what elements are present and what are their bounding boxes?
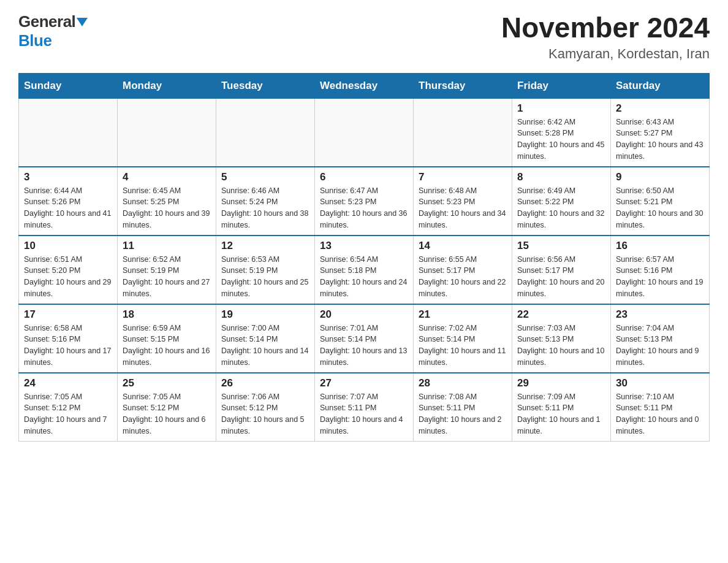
day-info: Sunrise: 6:59 AMSunset: 5:15 PMDaylight:… xyxy=(123,323,211,369)
day-number: 29 xyxy=(517,377,605,389)
day-number: 30 xyxy=(616,377,704,389)
logo-triangle-icon xyxy=(77,18,88,26)
table-row xyxy=(216,98,315,167)
table-row: 23Sunrise: 7:04 AMSunset: 5:13 PMDayligh… xyxy=(611,304,710,373)
calendar-week-row: 17Sunrise: 6:58 AMSunset: 5:16 PMDayligh… xyxy=(19,304,710,373)
day-number: 8 xyxy=(517,171,605,183)
day-info: Sunrise: 7:01 AMSunset: 5:14 PMDaylight:… xyxy=(320,323,408,369)
table-row: 22Sunrise: 7:03 AMSunset: 5:13 PMDayligh… xyxy=(512,304,611,373)
day-info: Sunrise: 6:55 AMSunset: 5:17 PMDaylight:… xyxy=(419,254,507,300)
day-info: Sunrise: 7:09 AMSunset: 5:11 PMDaylight:… xyxy=(517,391,605,437)
day-info: Sunrise: 7:05 AMSunset: 5:12 PMDaylight:… xyxy=(123,391,211,437)
day-number: 16 xyxy=(616,240,704,252)
table-row: 8Sunrise: 6:49 AMSunset: 5:22 PMDaylight… xyxy=(512,167,611,236)
header-monday: Monday xyxy=(118,73,216,98)
day-number: 7 xyxy=(419,171,507,183)
table-row: 21Sunrise: 7:02 AMSunset: 5:14 PMDayligh… xyxy=(414,304,512,373)
day-number: 28 xyxy=(419,377,507,389)
page-header: General Blue November 2024 Kamyaran, Kor… xyxy=(18,12,710,62)
day-info: Sunrise: 6:43 AMSunset: 5:27 PMDaylight:… xyxy=(616,117,704,163)
day-info: Sunrise: 7:03 AMSunset: 5:13 PMDaylight:… xyxy=(517,323,605,369)
table-row: 28Sunrise: 7:08 AMSunset: 5:11 PMDayligh… xyxy=(414,373,512,442)
calendar-week-row: 3Sunrise: 6:44 AMSunset: 5:26 PMDaylight… xyxy=(19,167,710,236)
day-info: Sunrise: 6:58 AMSunset: 5:16 PMDaylight:… xyxy=(24,323,112,369)
day-number: 9 xyxy=(616,171,704,183)
day-number: 1 xyxy=(517,102,605,115)
day-number: 20 xyxy=(320,308,408,321)
header-saturday: Saturday xyxy=(611,73,710,98)
day-info: Sunrise: 7:06 AMSunset: 5:12 PMDaylight:… xyxy=(221,391,309,437)
day-number: 21 xyxy=(419,308,507,321)
day-number: 27 xyxy=(320,377,408,389)
day-number: 25 xyxy=(123,377,211,389)
day-number: 12 xyxy=(221,240,309,252)
table-row: 14Sunrise: 6:55 AMSunset: 5:17 PMDayligh… xyxy=(414,236,512,304)
table-row: 17Sunrise: 6:58 AMSunset: 5:16 PMDayligh… xyxy=(19,304,118,373)
day-number: 3 xyxy=(24,171,112,183)
day-info: Sunrise: 7:00 AMSunset: 5:14 PMDaylight:… xyxy=(221,323,309,369)
table-row: 13Sunrise: 6:54 AMSunset: 5:18 PMDayligh… xyxy=(315,236,414,304)
day-info: Sunrise: 6:54 AMSunset: 5:18 PMDaylight:… xyxy=(320,254,408,300)
table-row: 30Sunrise: 7:10 AMSunset: 5:11 PMDayligh… xyxy=(611,373,710,442)
table-row: 4Sunrise: 6:45 AMSunset: 5:25 PMDaylight… xyxy=(118,167,216,236)
day-number: 14 xyxy=(419,240,507,252)
table-row: 12Sunrise: 6:53 AMSunset: 5:19 PMDayligh… xyxy=(216,236,315,304)
day-number: 19 xyxy=(221,308,309,321)
calendar-title: November 2024 xyxy=(501,12,710,44)
title-block: November 2024 Kamyaran, Kordestan, Iran xyxy=(501,12,710,62)
table-row: 2Sunrise: 6:43 AMSunset: 5:27 PMDaylight… xyxy=(611,98,710,167)
day-number: 17 xyxy=(24,308,112,321)
table-row: 10Sunrise: 6:51 AMSunset: 5:20 PMDayligh… xyxy=(19,236,118,304)
logo-blue-text: Blue xyxy=(18,31,51,50)
table-row: 25Sunrise: 7:05 AMSunset: 5:12 PMDayligh… xyxy=(118,373,216,442)
header-sunday: Sunday xyxy=(19,73,118,98)
day-number: 6 xyxy=(320,171,408,183)
day-info: Sunrise: 6:44 AMSunset: 5:26 PMDaylight:… xyxy=(24,185,112,231)
day-number: 5 xyxy=(221,171,309,183)
day-number: 24 xyxy=(24,377,112,389)
table-row: 3Sunrise: 6:44 AMSunset: 5:26 PMDaylight… xyxy=(19,167,118,236)
calendar-week-row: 24Sunrise: 7:05 AMSunset: 5:12 PMDayligh… xyxy=(19,373,710,442)
day-number: 15 xyxy=(517,240,605,252)
table-row xyxy=(414,98,512,167)
day-info: Sunrise: 6:45 AMSunset: 5:25 PMDaylight:… xyxy=(123,185,211,231)
table-row: 9Sunrise: 6:50 AMSunset: 5:21 PMDaylight… xyxy=(611,167,710,236)
day-info: Sunrise: 7:08 AMSunset: 5:11 PMDaylight:… xyxy=(419,391,507,437)
calendar-table: Sunday Monday Tuesday Wednesday Thursday… xyxy=(18,73,710,442)
day-info: Sunrise: 6:53 AMSunset: 5:19 PMDaylight:… xyxy=(221,254,309,300)
day-info: Sunrise: 6:51 AMSunset: 5:20 PMDaylight:… xyxy=(24,254,112,300)
table-row: 29Sunrise: 7:09 AMSunset: 5:11 PMDayligh… xyxy=(512,373,611,442)
day-number: 13 xyxy=(320,240,408,252)
table-row: 6Sunrise: 6:47 AMSunset: 5:23 PMDaylight… xyxy=(315,167,414,236)
day-info: Sunrise: 6:49 AMSunset: 5:22 PMDaylight:… xyxy=(517,185,605,231)
day-info: Sunrise: 6:46 AMSunset: 5:24 PMDaylight:… xyxy=(221,185,309,231)
day-info: Sunrise: 7:04 AMSunset: 5:13 PMDaylight:… xyxy=(616,323,704,369)
logo: General Blue xyxy=(18,12,88,50)
table-row: 16Sunrise: 6:57 AMSunset: 5:16 PMDayligh… xyxy=(611,236,710,304)
table-row: 1Sunrise: 6:42 AMSunset: 5:28 PMDaylight… xyxy=(512,98,611,167)
day-info: Sunrise: 6:48 AMSunset: 5:23 PMDaylight:… xyxy=(419,185,507,231)
header-tuesday: Tuesday xyxy=(216,73,315,98)
day-number: 22 xyxy=(517,308,605,321)
day-info: Sunrise: 7:05 AMSunset: 5:12 PMDaylight:… xyxy=(24,391,112,437)
table-row: 5Sunrise: 6:46 AMSunset: 5:24 PMDaylight… xyxy=(216,167,315,236)
table-row: 20Sunrise: 7:01 AMSunset: 5:14 PMDayligh… xyxy=(315,304,414,373)
day-info: Sunrise: 6:57 AMSunset: 5:16 PMDaylight:… xyxy=(616,254,704,300)
day-number: 11 xyxy=(123,240,211,252)
day-info: Sunrise: 6:47 AMSunset: 5:23 PMDaylight:… xyxy=(320,185,408,231)
day-number: 18 xyxy=(123,308,211,321)
table-row xyxy=(118,98,216,167)
table-row: 18Sunrise: 6:59 AMSunset: 5:15 PMDayligh… xyxy=(118,304,216,373)
table-row: 7Sunrise: 6:48 AMSunset: 5:23 PMDaylight… xyxy=(414,167,512,236)
day-number: 10 xyxy=(24,240,112,252)
day-number: 23 xyxy=(616,308,704,321)
table-row: 24Sunrise: 7:05 AMSunset: 5:12 PMDayligh… xyxy=(19,373,118,442)
day-info: Sunrise: 7:02 AMSunset: 5:14 PMDaylight:… xyxy=(419,323,507,369)
table-row xyxy=(315,98,414,167)
day-info: Sunrise: 6:50 AMSunset: 5:21 PMDaylight:… xyxy=(616,185,704,231)
day-number: 2 xyxy=(616,102,704,115)
header-friday: Friday xyxy=(512,73,611,98)
table-row: 19Sunrise: 7:00 AMSunset: 5:14 PMDayligh… xyxy=(216,304,315,373)
logo-general-text: General xyxy=(18,12,75,31)
day-info: Sunrise: 7:07 AMSunset: 5:11 PMDaylight:… xyxy=(320,391,408,437)
